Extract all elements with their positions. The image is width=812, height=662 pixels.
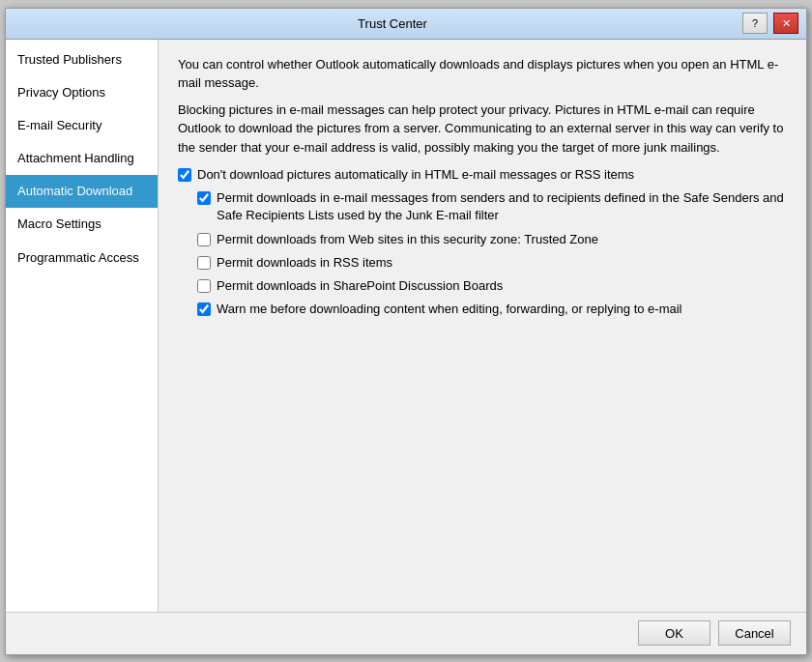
checkbox-row-permit-sharepoint: Permit downloads in SharePoint Discussio… — [197, 277, 787, 295]
dialog-title: Trust Center — [43, 16, 742, 31]
help-button[interactable]: ? — [742, 13, 768, 34]
intro-paragraph-2: Blocking pictures in e-mail messages can… — [178, 101, 787, 158]
checkbox-label-permit-rss: Permit downloads in RSS items — [217, 254, 392, 272]
main-content: You can control whether Outlook automati… — [159, 40, 806, 612]
title-bar: Trust Center ? ✕ — [6, 9, 806, 40]
sidebar-item-trusted-publishers[interactable]: Trusted Publishers — [6, 43, 158, 76]
sidebar-item-automatic-download[interactable]: Automatic Download — [6, 175, 158, 208]
sidebar-item-attachment-handling[interactable]: Attachment Handling — [6, 142, 158, 175]
checkbox-permit-safe-senders[interactable] — [197, 191, 211, 205]
checkbox-label-permit-safe-senders: Permit downloads in e-mail messages from… — [217, 189, 787, 224]
checkbox-row-warn-before-download: Warn me before downloading content when … — [197, 301, 787, 318]
footer: OK Cancel — [6, 612, 806, 654]
checkbox-no-auto-download[interactable] — [178, 168, 191, 182]
options-section: Don't download pictures automatically in… — [178, 166, 787, 318]
title-bar-controls: ? ✕ — [742, 13, 798, 34]
cancel-button[interactable]: Cancel — [718, 620, 791, 646]
intro-text: You can control whether Outlook automati… — [178, 55, 787, 158]
checkbox-permit-web-sites[interactable] — [197, 233, 211, 246]
checkbox-label-permit-web-sites: Permit downloads from Web sites in this … — [217, 231, 598, 248]
ok-button[interactable]: OK — [638, 620, 710, 646]
checkbox-row-permit-safe-senders: Permit downloads in e-mail messages from… — [197, 189, 787, 224]
close-button[interactable]: ✕ — [773, 13, 798, 34]
sidebar-item-macro-settings[interactable]: Macro Settings — [6, 208, 158, 241]
intro-paragraph-1: You can control whether Outlook automati… — [178, 55, 787, 93]
checkbox-warn-before-download[interactable] — [197, 302, 211, 316]
checkbox-row-permit-web-sites: Permit downloads from Web sites in this … — [197, 231, 787, 248]
sidebar: Trusted PublishersPrivacy OptionsE-mail … — [6, 40, 159, 612]
sidebar-item-privacy-options[interactable]: Privacy Options — [6, 76, 158, 109]
checkbox-row-no-auto-download: Don't download pictures automatically in… — [178, 166, 787, 184]
dialog-content: Trusted PublishersPrivacy OptionsE-mail … — [6, 40, 806, 612]
checkbox-label-no-auto-download: Don't download pictures automatically in… — [197, 166, 634, 184]
sidebar-item-email-security[interactable]: E-mail Security — [6, 109, 158, 142]
checkbox-permit-rss[interactable] — [197, 256, 211, 270]
checkbox-permit-sharepoint[interactable] — [197, 279, 211, 293]
checkbox-label-warn-before-download: Warn me before downloading content when … — [217, 301, 682, 318]
checkbox-row-permit-rss: Permit downloads in RSS items — [197, 254, 787, 272]
checkbox-label-permit-sharepoint: Permit downloads in SharePoint Discussio… — [217, 277, 503, 295]
trust-center-dialog: Trust Center ? ✕ Trusted PublishersPriva… — [5, 8, 807, 655]
sidebar-item-programmatic-access[interactable]: Programmatic Access — [6, 242, 158, 274]
